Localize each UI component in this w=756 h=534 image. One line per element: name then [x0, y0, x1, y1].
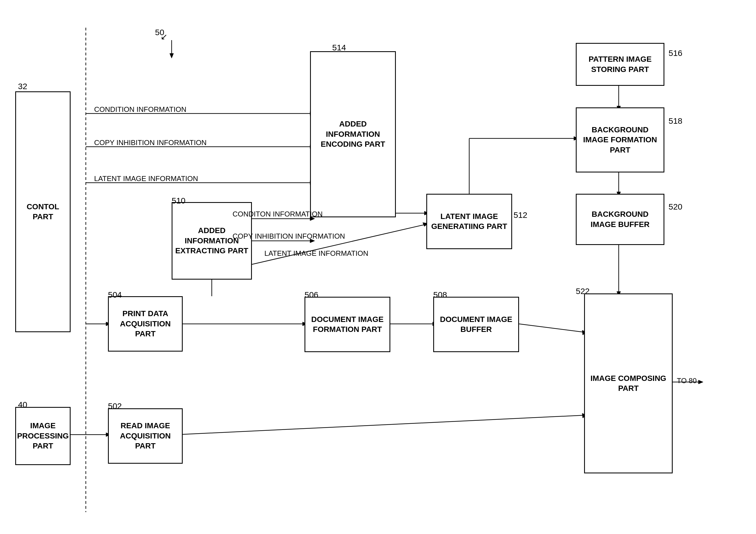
background-image-buffer-box: BACKGROUND IMAGE BUFFER	[576, 194, 664, 245]
image-composing-box: IMAGE COMPOSING PART	[584, 293, 673, 473]
image-processing-part-box: IMAGE PROCESSING PART	[15, 407, 70, 465]
ref-32: 32	[18, 82, 27, 91]
ref-502: 502	[108, 401, 122, 411]
latent-image-label-1: LATENT IMAGE INFORMATION	[94, 174, 198, 183]
background-image-formation-label: BACKGROUND IMAGE FORMATION PART	[580, 125, 661, 155]
ref-40: 40	[18, 400, 27, 410]
latent-image-label-2: LATENT IMAGE INFORMATION	[264, 249, 368, 258]
svg-line-28	[519, 324, 584, 332]
latent-image-generating-box: LATENT IMAGE GENERATIING PART	[426, 194, 512, 249]
svg-marker-41	[698, 380, 703, 384]
image-composing-label: IMAGE COMPOSING PART	[588, 373, 669, 394]
copy-inhibition-label-2: COPY INHIBITION INFORMATION	[232, 232, 345, 241]
control-part-label: CONTOL PART	[19, 202, 67, 222]
diagram: CONTOL PART IMAGE PROCESSING PART PRINT …	[0, 0, 756, 534]
condition-info-label-1: CONDITION INFORMATION	[94, 105, 186, 114]
document-image-formation-label: DOCUMENT IMAGE FORMATION PART	[308, 314, 387, 335]
ref-516: 516	[668, 48, 682, 58]
background-image-buffer-label: BACKGROUND IMAGE BUFFER	[580, 209, 661, 229]
latent-image-generating-label: LATENT IMAGE GENERATIING PART	[430, 211, 508, 232]
svg-marker-39	[170, 53, 174, 58]
ref-522: 522	[576, 286, 590, 296]
document-image-buffer-box: DOCUMENT IMAGE BUFFER	[433, 297, 519, 352]
print-data-acquisition-box: PRINT DATA ACQUISITION PART	[108, 296, 183, 352]
copy-inhibition-label-1: COPY INHIBITION INFORMATION	[94, 138, 206, 147]
print-data-label: PRINT DATA ACQUISITION PART	[112, 309, 179, 339]
pattern-image-storing-box: PATTERN IMAGE STORING PART	[576, 43, 664, 86]
ref-520: 520	[668, 202, 682, 211]
added-info-encoding-label: ADDED INFORMATION ENCODING PART	[314, 119, 392, 149]
added-info-encoding-box: ADDED INFORMATION ENCODING PART	[310, 51, 396, 217]
background-image-formation-box: BACKGROUND IMAGE FORMATION PART	[576, 107, 664, 173]
pattern-image-storing-label: PATTERN IMAGE STORING PART	[580, 54, 661, 74]
control-part-box: CONTOL PART	[15, 91, 70, 332]
document-image-buffer-label: DOCUMENT IMAGE BUFFER	[437, 314, 515, 335]
svg-line-34	[177, 415, 584, 435]
ref-510: 510	[172, 196, 185, 205]
ref-514: 514	[332, 43, 346, 52]
added-info-extracting-label: ADDED INFORMATION EXTRACTING PART	[175, 226, 248, 256]
ref-504: 504	[108, 290, 122, 300]
read-image-label: READ IMAGE ACQUISITION PART	[112, 421, 179, 451]
to-80-label: TO 80	[677, 377, 697, 385]
ref-518: 518	[668, 116, 682, 126]
ref-508: 508	[433, 290, 447, 300]
svg-line-11	[252, 224, 426, 264]
condition-info-label-2: CONDITON INFORMATION	[232, 210, 322, 218]
ref-512: 512	[514, 210, 527, 220]
image-processing-label: IMAGE PROCESSING PART	[17, 421, 69, 451]
document-image-formation-box: DOCUMENT IMAGE FORMATION PART	[305, 297, 390, 352]
ref-506: 506	[305, 290, 318, 300]
read-image-acquisition-box: READ IMAGE ACQUISITION PART	[108, 408, 183, 464]
ref-50-arrow: ↙	[161, 32, 168, 41]
